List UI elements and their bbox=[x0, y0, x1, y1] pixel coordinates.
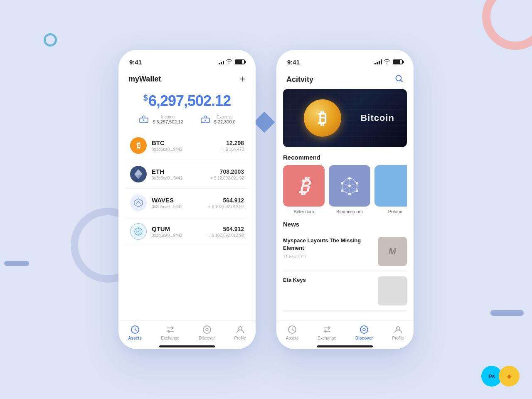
profile-icon-1 bbox=[235, 325, 245, 335]
nav-assets-2[interactable]: Assets bbox=[286, 325, 298, 340]
svg-line-24 bbox=[350, 191, 357, 194]
income-stat: Income $ 6,297,502.12 bbox=[138, 114, 183, 125]
btc-usd: ≈ $ 184,470 bbox=[222, 147, 244, 152]
crypto-item-qtum[interactable]: QTUM 0x3b5ca0...9442 564.912 ≈ $ 102,092… bbox=[125, 217, 249, 246]
recommend-title: Recommend bbox=[283, 154, 407, 161]
svg-point-37 bbox=[397, 327, 400, 330]
expense-label: Expense bbox=[214, 115, 236, 119]
sketch-logo: ◆ bbox=[499, 366, 520, 387]
assets-icon-2 bbox=[287, 325, 297, 335]
rec-card-polone[interactable]: Polone bbox=[374, 165, 407, 214]
wallet-title: myWallet bbox=[128, 75, 161, 84]
nav-exchange-2[interactable]: Exchange bbox=[318, 325, 336, 340]
nav-discover-label-1: Discover bbox=[199, 336, 215, 340]
income-value: $ 6,297,502.12 bbox=[153, 119, 183, 124]
waves-name: WAVES bbox=[152, 197, 203, 204]
phone2-content: Acitvity ₿ Bitcoin bbox=[276, 68, 414, 320]
recommend-cards: ₿ Bitter.com bbox=[283, 165, 407, 214]
svg-point-8 bbox=[138, 231, 139, 232]
svg-line-27 bbox=[342, 178, 350, 183]
balance-value: 6,297,502.12 bbox=[148, 92, 231, 109]
battery-icon bbox=[235, 59, 245, 64]
rec-card-img-polone bbox=[374, 165, 407, 207]
add-button[interactable]: + bbox=[240, 74, 246, 84]
income-icon bbox=[138, 114, 149, 125]
nav-assets-1[interactable]: Assets bbox=[128, 325, 142, 340]
crypto-item-btc[interactable]: ₿ BTC 0x3b5ca0...9442 12.298 ≈ $ 184,470 bbox=[125, 131, 249, 160]
discover-icon-1 bbox=[202, 325, 212, 335]
balance-section: $6,297,502.12 Income $ bbox=[118, 88, 256, 131]
bitcoin-coin-icon: ₿ bbox=[304, 99, 341, 137]
eth-info: ETH 0x3b5ca0...9442 bbox=[152, 168, 205, 180]
status-time-1: 9:41 bbox=[129, 59, 142, 66]
svg-point-35 bbox=[360, 326, 368, 333]
svg-line-25 bbox=[342, 191, 350, 194]
activity-title: Acitvity bbox=[286, 75, 313, 84]
phone-activity: 9:41 Acitvity bbox=[276, 50, 414, 349]
bg-decoration-arc bbox=[482, 0, 532, 50]
nav-discover-2[interactable]: Discover bbox=[355, 325, 373, 340]
svg-line-32 bbox=[342, 186, 350, 191]
bg-decoration-circle bbox=[44, 33, 57, 47]
waves-values: 564.912 ≈ $ 102,092,012.92 bbox=[208, 197, 244, 209]
nav-discover-1[interactable]: Discover bbox=[199, 325, 215, 340]
bitcoin-banner: ₿ Bitcoin bbox=[283, 89, 407, 147]
nav-profile-label-1: Profile bbox=[234, 336, 246, 340]
status-icons-1 bbox=[219, 59, 245, 65]
nav-profile-1[interactable]: Profile bbox=[234, 325, 246, 340]
btc-icon: ₿ bbox=[130, 137, 147, 154]
profile-icon-2 bbox=[393, 325, 403, 335]
eth-name: ETH bbox=[152, 168, 205, 175]
qtum-info: QTUM 0x3b5ca0...9442 bbox=[152, 225, 203, 238]
wallet-header: myWallet + bbox=[118, 68, 256, 88]
balance-currency: $ bbox=[143, 93, 148, 102]
assets-icon bbox=[130, 325, 140, 335]
bg-decoration-bar1 bbox=[490, 310, 524, 316]
svg-point-11 bbox=[206, 328, 208, 331]
qtum-address: 0x3b5ca0...9442 bbox=[152, 233, 203, 238]
phone1-content: myWallet + $6,297,502.12 bbox=[118, 68, 256, 320]
btc-amount: 12.298 bbox=[222, 140, 244, 146]
crypto-item-waves[interactable]: WAVES 0x3b5ca0...9442 564.912 ≈ $ 102,09… bbox=[125, 189, 249, 217]
phone-wallet: 9:41 myWallet + $ bbox=[118, 50, 256, 349]
nav-exchange-label-2: Exchange bbox=[318, 336, 336, 340]
eth-address: 0x3b5ca0...9442 bbox=[152, 176, 205, 180]
expense-icon bbox=[200, 114, 211, 125]
waves-icon bbox=[130, 195, 147, 211]
wallet-stats: Income $ 6,297,502.12 bbox=[128, 114, 246, 125]
wifi-icon-2 bbox=[384, 59, 390, 65]
income-info: Income $ 6,297,502.12 bbox=[153, 115, 183, 124]
btc-values: 12.298 ≈ $ 184,470 bbox=[222, 140, 244, 152]
news-title-2: Eta Keys bbox=[283, 276, 373, 284]
rec-card-bitcoin[interactable]: ₿ Bitter.com bbox=[283, 165, 325, 214]
expense-value: $ 22,300.0 bbox=[214, 119, 236, 124]
rec-card-binance[interactable]: Binance.com bbox=[329, 165, 370, 214]
activity-header: Acitvity bbox=[276, 68, 414, 89]
bitcoin-text: Bitcoin bbox=[360, 113, 394, 123]
svg-marker-5 bbox=[134, 199, 143, 207]
status-time-2: 9:41 bbox=[287, 59, 300, 66]
search-button[interactable] bbox=[394, 74, 404, 85]
news-date-1: 11 Feb 2017 bbox=[283, 254, 373, 259]
news-title-1: Myspace Layouts The Missing Element bbox=[283, 237, 373, 252]
status-bar-2: 9:41 bbox=[276, 50, 414, 68]
nav-profile-2[interactable]: Profile bbox=[392, 325, 404, 340]
crypto-item-eth[interactable]: ETH 0x3b5ca0...9442 708.2003 ≈ $ 12,092,… bbox=[125, 160, 249, 189]
waves-address: 0x3b5ca0...9442 bbox=[152, 204, 203, 209]
news-item-1[interactable]: Myspace Layouts The Missing Element 11 F… bbox=[283, 232, 407, 271]
news-item-2[interactable]: Eta Keys bbox=[283, 271, 407, 311]
activity-content: ₿ Bitcoin Recommend ₿ Bitter.com bbox=[276, 89, 414, 320]
battery-icon-2 bbox=[393, 59, 403, 64]
nav-assets-label-2: Assets bbox=[286, 336, 298, 340]
waves-info: WAVES 0x3b5ca0...9442 bbox=[152, 197, 203, 209]
bottom-nav-1: Assets Exchange Discover bbox=[118, 320, 256, 345]
waves-amount: 564.912 bbox=[208, 197, 244, 204]
qtum-name: QTUM bbox=[152, 225, 203, 232]
bottom-nav-2: Assets Exchange Discover bbox=[276, 320, 414, 345]
news-text-1: Myspace Layouts The Missing Element 11 F… bbox=[283, 237, 373, 259]
expense-info: Expense $ 22,300.0 bbox=[214, 115, 236, 124]
eth-values: 708.2003 ≈ $ 12,092,021.92 bbox=[210, 168, 244, 180]
nav-exchange-1[interactable]: Exchange bbox=[161, 325, 179, 340]
rec-card-img-binance bbox=[329, 165, 370, 207]
eth-amount: 708.2003 bbox=[210, 168, 244, 175]
